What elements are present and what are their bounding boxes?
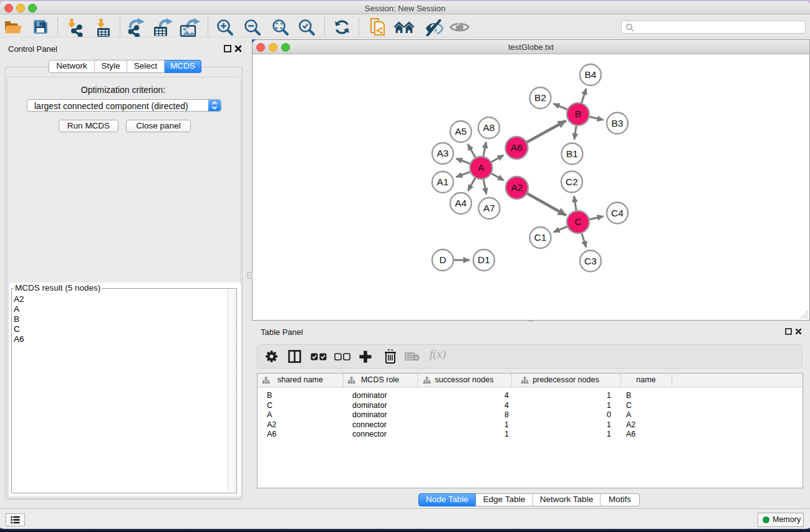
svg-text:D: D — [439, 254, 446, 265]
svg-text:A8: A8 — [483, 122, 495, 133]
svg-text:C1: C1 — [534, 232, 547, 243]
svg-text:A: A — [478, 162, 485, 173]
svg-text:A3: A3 — [437, 148, 449, 158]
svg-text:A4: A4 — [455, 198, 467, 208]
svg-text:A5: A5 — [455, 126, 467, 137]
svg-text:B1: B1 — [566, 148, 578, 159]
svg-text:C2: C2 — [566, 177, 578, 187]
svg-text:B4: B4 — [585, 69, 597, 80]
svg-text:A7: A7 — [483, 203, 495, 213]
svg-text:A1: A1 — [437, 177, 449, 187]
svg-text:D1: D1 — [478, 254, 490, 265]
svg-text:B3: B3 — [612, 118, 624, 128]
svg-text:A6: A6 — [511, 142, 523, 153]
svg-text:B: B — [575, 109, 581, 119]
svg-text:C3: C3 — [584, 256, 597, 266]
svg-text:A2: A2 — [511, 182, 523, 193]
svg-text:C: C — [574, 216, 581, 227]
svg-text:C4: C4 — [611, 208, 624, 218]
svg-text:B2: B2 — [534, 92, 546, 103]
